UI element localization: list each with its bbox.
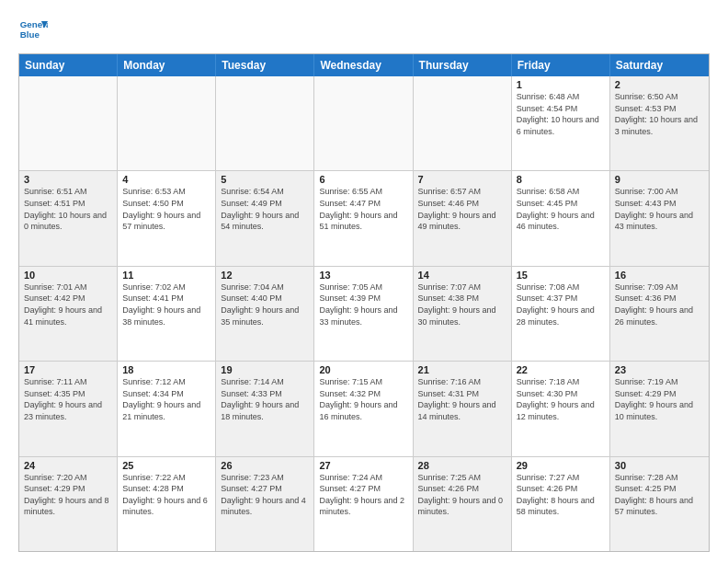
- calendar-cell: 11Sunrise: 7:02 AM Sunset: 4:41 PM Dayli…: [118, 267, 216, 361]
- calendar-week-5: 24Sunrise: 7:20 AM Sunset: 4:29 PM Dayli…: [19, 457, 709, 551]
- calendar-cell: 18Sunrise: 7:12 AM Sunset: 4:34 PM Dayli…: [118, 362, 216, 455]
- day-info: Sunrise: 7:14 AM Sunset: 4:33 PM Dayligh…: [221, 376, 309, 422]
- day-number: 9: [615, 174, 704, 185]
- day-info: Sunrise: 7:01 AM Sunset: 4:42 PM Dayligh…: [24, 282, 112, 327]
- day-number: 2: [615, 79, 704, 90]
- calendar-cell: [414, 76, 512, 170]
- header-day-saturday: Saturday: [610, 54, 709, 76]
- calendar-week-2: 3Sunrise: 6:51 AM Sunset: 4:51 PM Daylig…: [19, 171, 709, 266]
- logo-icon: General Blue: [18, 15, 48, 44]
- calendar-cell: 17Sunrise: 7:11 AM Sunset: 4:35 PM Dayli…: [19, 362, 118, 455]
- svg-text:Blue: Blue: [20, 29, 40, 40]
- calendar-cell: 3Sunrise: 6:51 AM Sunset: 4:51 PM Daylig…: [19, 171, 118, 265]
- calendar-cell: 19Sunrise: 7:14 AM Sunset: 4:33 PM Dayli…: [216, 362, 314, 455]
- day-number: 21: [418, 364, 506, 375]
- day-number: 14: [418, 270, 506, 281]
- day-info: Sunrise: 6:55 AM Sunset: 4:47 PM Dayligh…: [319, 186, 407, 232]
- header-day-friday: Friday: [512, 54, 610, 76]
- calendar-week-1: 1Sunrise: 6:48 AM Sunset: 4:54 PM Daylig…: [19, 76, 709, 171]
- calendar-cell: 27Sunrise: 7:24 AM Sunset: 4:27 PM Dayli…: [314, 457, 413, 551]
- calendar-cell: 14Sunrise: 7:07 AM Sunset: 4:38 PM Dayli…: [414, 267, 512, 361]
- calendar-cell: [118, 76, 216, 170]
- calendar-cell: [216, 76, 314, 170]
- day-number: 11: [122, 270, 210, 281]
- day-info: Sunrise: 7:19 AM Sunset: 4:29 PM Dayligh…: [615, 376, 704, 422]
- day-info: Sunrise: 7:15 AM Sunset: 4:32 PM Dayligh…: [319, 376, 407, 422]
- day-info: Sunrise: 7:05 AM Sunset: 4:39 PM Dayligh…: [319, 282, 407, 327]
- day-info: Sunrise: 7:23 AM Sunset: 4:27 PM Dayligh…: [221, 472, 309, 518]
- calendar-cell: 29Sunrise: 7:27 AM Sunset: 4:26 PM Dayli…: [512, 457, 610, 551]
- day-info: Sunrise: 7:18 AM Sunset: 4:30 PM Dayligh…: [517, 376, 605, 422]
- calendar-body: 1Sunrise: 6:48 AM Sunset: 4:54 PM Daylig…: [19, 76, 709, 551]
- header-day-sunday: Sunday: [19, 54, 118, 76]
- logo: General Blue: [18, 15, 48, 44]
- day-number: 3: [24, 174, 112, 185]
- day-info: Sunrise: 7:00 AM Sunset: 4:43 PM Dayligh…: [615, 186, 704, 232]
- day-info: Sunrise: 7:20 AM Sunset: 4:29 PM Dayligh…: [24, 472, 112, 518]
- day-number: 20: [319, 364, 407, 375]
- calendar: SundayMondayTuesdayWednesdayThursdayFrid…: [18, 53, 710, 552]
- day-info: Sunrise: 7:16 AM Sunset: 4:31 PM Dayligh…: [418, 376, 506, 422]
- day-number: 13: [319, 270, 407, 281]
- calendar-cell: 5Sunrise: 6:54 AM Sunset: 4:49 PM Daylig…: [216, 171, 314, 265]
- day-number: 4: [122, 174, 210, 185]
- day-info: Sunrise: 7:22 AM Sunset: 4:28 PM Dayligh…: [122, 472, 210, 518]
- day-number: 10: [24, 270, 112, 281]
- day-number: 27: [319, 460, 407, 471]
- day-number: 30: [615, 460, 704, 471]
- calendar-cell: 20Sunrise: 7:15 AM Sunset: 4:32 PM Dayli…: [314, 362, 413, 455]
- header-day-monday: Monday: [118, 54, 216, 76]
- day-info: Sunrise: 6:53 AM Sunset: 4:50 PM Dayligh…: [122, 186, 210, 232]
- calendar-cell: 28Sunrise: 7:25 AM Sunset: 4:26 PM Dayli…: [414, 457, 512, 551]
- calendar-cell: 23Sunrise: 7:19 AM Sunset: 4:29 PM Dayli…: [610, 362, 709, 455]
- day-info: Sunrise: 7:08 AM Sunset: 4:37 PM Dayligh…: [517, 282, 605, 327]
- page-header: General Blue: [18, 15, 710, 44]
- calendar-cell: 1Sunrise: 6:48 AM Sunset: 4:54 PM Daylig…: [512, 76, 610, 170]
- day-info: Sunrise: 7:09 AM Sunset: 4:36 PM Dayligh…: [615, 282, 704, 327]
- day-number: 7: [418, 174, 506, 185]
- header-day-tuesday: Tuesday: [216, 54, 314, 76]
- day-info: Sunrise: 7:24 AM Sunset: 4:27 PM Dayligh…: [319, 472, 407, 518]
- calendar-cell: 25Sunrise: 7:22 AM Sunset: 4:28 PM Dayli…: [118, 457, 216, 551]
- calendar-header: SundayMondayTuesdayWednesdayThursdayFrid…: [19, 54, 709, 76]
- day-info: Sunrise: 7:27 AM Sunset: 4:26 PM Dayligh…: [517, 472, 605, 518]
- day-info: Sunrise: 7:28 AM Sunset: 4:25 PM Dayligh…: [615, 472, 704, 518]
- day-info: Sunrise: 6:58 AM Sunset: 4:45 PM Dayligh…: [517, 186, 605, 232]
- day-number: 12: [221, 270, 309, 281]
- calendar-cell: 9Sunrise: 7:00 AM Sunset: 4:43 PM Daylig…: [610, 171, 709, 265]
- day-info: Sunrise: 7:02 AM Sunset: 4:41 PM Dayligh…: [122, 282, 210, 327]
- day-number: 6: [319, 174, 407, 185]
- day-number: 29: [517, 460, 605, 471]
- day-number: 24: [24, 460, 112, 471]
- calendar-cell: 24Sunrise: 7:20 AM Sunset: 4:29 PM Dayli…: [19, 457, 118, 551]
- calendar-cell: 8Sunrise: 6:58 AM Sunset: 4:45 PM Daylig…: [512, 171, 610, 265]
- day-info: Sunrise: 6:51 AM Sunset: 4:51 PM Dayligh…: [24, 186, 112, 232]
- calendar-cell: 26Sunrise: 7:23 AM Sunset: 4:27 PM Dayli…: [216, 457, 314, 551]
- day-info: Sunrise: 7:11 AM Sunset: 4:35 PM Dayligh…: [24, 376, 112, 422]
- day-number: 22: [517, 364, 605, 375]
- day-number: 5: [221, 174, 309, 185]
- calendar-cell: 7Sunrise: 6:57 AM Sunset: 4:46 PM Daylig…: [414, 171, 512, 265]
- calendar-cell: 16Sunrise: 7:09 AM Sunset: 4:36 PM Dayli…: [610, 267, 709, 361]
- day-info: Sunrise: 6:48 AM Sunset: 4:54 PM Dayligh…: [517, 91, 605, 137]
- calendar-cell: 10Sunrise: 7:01 AM Sunset: 4:42 PM Dayli…: [19, 267, 118, 361]
- day-number: 18: [122, 364, 210, 375]
- day-number: 1: [517, 79, 605, 90]
- day-info: Sunrise: 7:07 AM Sunset: 4:38 PM Dayligh…: [418, 282, 506, 327]
- calendar-cell: 2Sunrise: 6:50 AM Sunset: 4:53 PM Daylig…: [610, 76, 709, 170]
- day-number: 23: [615, 364, 704, 375]
- calendar-cell: [314, 76, 413, 170]
- calendar-cell: 12Sunrise: 7:04 AM Sunset: 4:40 PM Dayli…: [216, 267, 314, 361]
- calendar-cell: 22Sunrise: 7:18 AM Sunset: 4:30 PM Dayli…: [512, 362, 610, 455]
- day-number: 15: [517, 270, 605, 281]
- calendar-cell: 6Sunrise: 6:55 AM Sunset: 4:47 PM Daylig…: [314, 171, 413, 265]
- day-info: Sunrise: 7:12 AM Sunset: 4:34 PM Dayligh…: [122, 376, 210, 422]
- header-day-thursday: Thursday: [414, 54, 512, 76]
- calendar-cell: 21Sunrise: 7:16 AM Sunset: 4:31 PM Dayli…: [414, 362, 512, 455]
- calendar-cell: [19, 76, 118, 170]
- day-info: Sunrise: 7:25 AM Sunset: 4:26 PM Dayligh…: [418, 472, 506, 518]
- day-info: Sunrise: 6:57 AM Sunset: 4:46 PM Dayligh…: [418, 186, 506, 232]
- calendar-week-3: 10Sunrise: 7:01 AM Sunset: 4:42 PM Dayli…: [19, 267, 709, 362]
- header-day-wednesday: Wednesday: [314, 54, 413, 76]
- day-number: 8: [517, 174, 605, 185]
